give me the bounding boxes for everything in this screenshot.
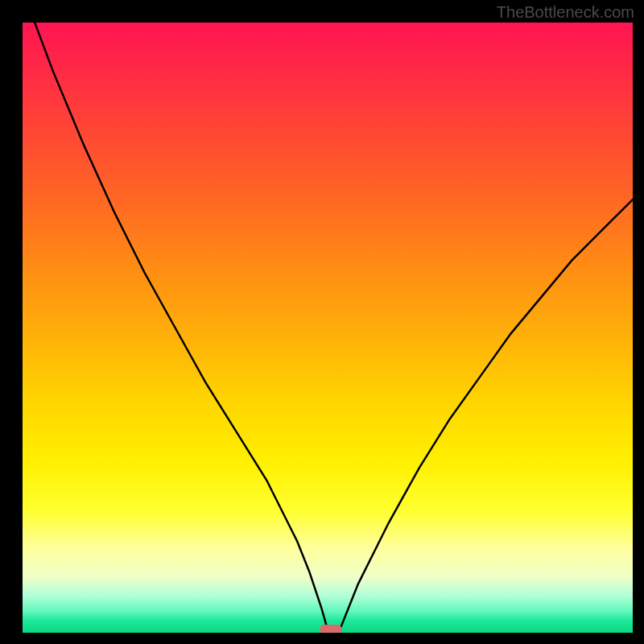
plot-area	[23, 23, 633, 633]
curve-layer	[23, 23, 633, 633]
watermark-text: TheBottleneck.com	[497, 3, 634, 22]
chart-container: TheBottleneck.com	[0, 0, 644, 644]
minimum-marker	[320, 625, 342, 633]
bottleneck-curve	[23, 23, 633, 630]
